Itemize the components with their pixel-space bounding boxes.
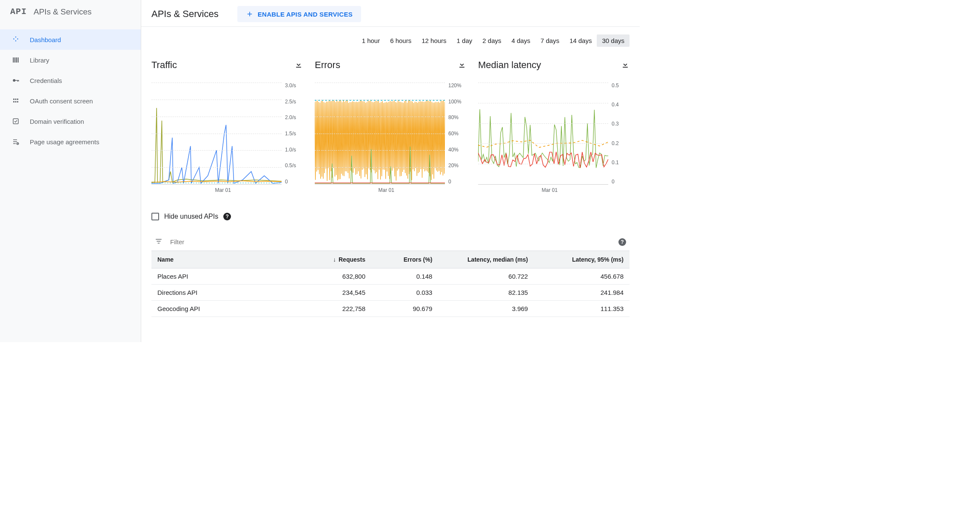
time-tab-14d[interactable]: 14 days — [564, 34, 597, 47]
cell-errors: 0.033 — [371, 285, 438, 301]
chart-latency-title: Median latency — [478, 60, 541, 71]
chart-latency-xtick: Mar 01 — [542, 187, 558, 193]
time-tab-12h[interactable]: 12 hours — [416, 34, 451, 47]
time-range-tabs: 1 hour 6 hours 12 hours 1 day 2 days 4 d… — [141, 27, 640, 47]
library-icon — [12, 56, 20, 64]
svg-rect-13 — [17, 101, 18, 103]
cell-latency-95: 111.353 — [534, 301, 630, 317]
download-icon[interactable] — [294, 60, 303, 70]
cell-name: Geocoding API — [151, 301, 305, 317]
sidebar-item-label: Library — [30, 57, 49, 64]
sidebar-item-label: OAuth consent screen — [30, 97, 93, 105]
filter-section: Hide unused APIs ? ? Name ↓Requests Erro… — [141, 193, 640, 317]
svg-rect-15 — [13, 140, 17, 140]
api-table: Name ↓Requests Errors (%) Latency, media… — [151, 251, 630, 317]
time-tab-1h[interactable]: 1 hour — [357, 34, 385, 47]
col-latency-95[interactable]: Latency, 95% (ms) — [534, 251, 630, 268]
chart-traffic-title: Traffic — [151, 60, 177, 71]
cell-latency-median: 60.722 — [438, 268, 534, 285]
cell-requests: 234,545 — [305, 285, 371, 301]
filter-icon — [155, 237, 162, 246]
chart-latency-yticks: 0.5 0.4 0.3 0.2 0.1 0 — [610, 83, 630, 185]
filter-input[interactable] — [170, 238, 611, 245]
svg-rect-0 — [13, 57, 14, 63]
chart-errors-body: 120% 100% 80% 60% 40% 20% 0 Mar 01 — [315, 83, 466, 193]
svg-rect-7 — [18, 80, 19, 81]
col-errors[interactable]: Errors (%) — [371, 251, 438, 268]
cell-requests: 632,800 — [305, 268, 371, 285]
download-icon[interactable] — [458, 60, 466, 70]
agreements-icon — [12, 138, 20, 146]
time-tab-6h[interactable]: 6 hours — [385, 34, 416, 47]
hide-unused-row: Hide unused APIs ? — [151, 213, 630, 220]
sidebar-title: APIs & Services — [34, 7, 91, 17]
svg-point-4 — [13, 79, 15, 82]
svg-rect-10 — [17, 99, 18, 100]
cell-name: Directions API — [151, 285, 305, 301]
time-tab-4d[interactable]: 4 days — [507, 34, 536, 47]
hide-unused-checkbox[interactable] — [151, 213, 159, 220]
cell-latency-median: 3.969 — [438, 301, 534, 317]
cell-latency-95: 241.984 — [534, 285, 630, 301]
cell-requests: 222,758 — [305, 301, 371, 317]
sidebar-item-credentials[interactable]: Credentials — [0, 70, 141, 91]
svg-rect-1 — [14, 57, 15, 63]
chart-errors-yticks: 120% 100% 80% 60% 40% 20% 0 — [447, 83, 466, 185]
dashboard-icon — [12, 36, 20, 43]
help-icon[interactable]: ? — [223, 213, 231, 220]
enable-apis-label: ENABLE APIS AND SERVICES — [258, 11, 353, 18]
download-icon[interactable] — [621, 60, 630, 70]
svg-rect-14 — [13, 119, 18, 124]
api-logo: API — [10, 7, 27, 17]
col-name[interactable]: Name — [151, 251, 305, 268]
svg-rect-12 — [15, 101, 17, 103]
chart-errors: Errors 120% — [315, 60, 466, 193]
chart-errors-title: Errors — [315, 60, 340, 71]
sidebar-item-label: Credentials — [30, 77, 62, 84]
consent-icon — [12, 97, 20, 105]
table-row[interactable]: Geocoding API 222,758 90.679 3.969 111.3… — [151, 301, 630, 317]
sidebar-header: API APIs & Services — [0, 0, 141, 24]
sidebar-item-domain-verification[interactable]: Domain verification — [0, 111, 141, 131]
svg-rect-3 — [18, 57, 19, 63]
chart-latency: Median latency 0.5 — [478, 60, 630, 193]
table-row[interactable]: Places API 632,800 0.148 60.722 456.678 — [151, 268, 630, 285]
chart-traffic-body: 3.0/s 2.5/s 2.0/s 1.5/s 1.0/s 0.5/s 0 Ma… — [151, 83, 303, 193]
time-tab-7d[interactable]: 7 days — [536, 34, 564, 47]
chart-traffic-xtick: Mar 01 — [215, 187, 231, 193]
col-requests[interactable]: ↓Requests — [305, 251, 371, 268]
chart-latency-body: 0.5 0.4 0.3 0.2 0.1 0 Mar 01 — [478, 83, 630, 193]
sidebar-item-page-usage[interactable]: Page usage agreements — [0, 131, 141, 152]
sidebar-item-library[interactable]: Library — [0, 50, 141, 70]
charts-row: Traffic — [141, 47, 640, 193]
svg-rect-6 — [17, 80, 18, 82]
main-content: APIs & Services ENABLE APIS AND SERVICES… — [141, 0, 640, 342]
chart-errors-xtick: Mar 01 — [379, 187, 394, 193]
cell-errors: 90.679 — [371, 301, 438, 317]
time-tab-2d[interactable]: 2 days — [477, 34, 506, 47]
svg-rect-9 — [15, 99, 17, 100]
table-header-row: Name ↓Requests Errors (%) Latency, media… — [151, 251, 630, 268]
svg-rect-8 — [13, 99, 14, 100]
sidebar-item-oauth-consent[interactable]: OAuth consent screen — [0, 91, 141, 111]
cell-latency-median: 82.135 — [438, 285, 534, 301]
key-icon — [12, 77, 20, 84]
main-header: APIs & Services ENABLE APIS AND SERVICES — [141, 0, 640, 27]
table-row[interactable]: Directions API 234,545 0.033 82.135 241.… — [151, 285, 630, 301]
svg-rect-17 — [13, 143, 16, 144]
chart-traffic-yticks: 3.0/s 2.5/s 2.0/s 1.5/s 1.0/s 0.5/s 0 — [283, 83, 303, 185]
time-tab-30d[interactable]: 30 days — [597, 34, 630, 47]
help-icon[interactable]: ? — [618, 238, 626, 246]
sidebar-item-label: Dashboard — [30, 36, 61, 43]
hide-unused-label: Hide unused APIs — [164, 213, 218, 220]
time-tab-1d[interactable]: 1 day — [452, 34, 478, 47]
cell-latency-95: 456.678 — [534, 268, 630, 285]
col-latency-median[interactable]: Latency, median (ms) — [438, 251, 534, 268]
svg-rect-16 — [13, 141, 17, 142]
page-title: APIs & Services — [151, 9, 219, 20]
enable-apis-button[interactable]: ENABLE APIS AND SERVICES — [237, 6, 361, 22]
svg-rect-5 — [15, 80, 19, 81]
cell-name: Places API — [151, 268, 305, 285]
sidebar-item-dashboard[interactable]: Dashboard — [0, 29, 141, 50]
cell-errors: 0.148 — [371, 268, 438, 285]
